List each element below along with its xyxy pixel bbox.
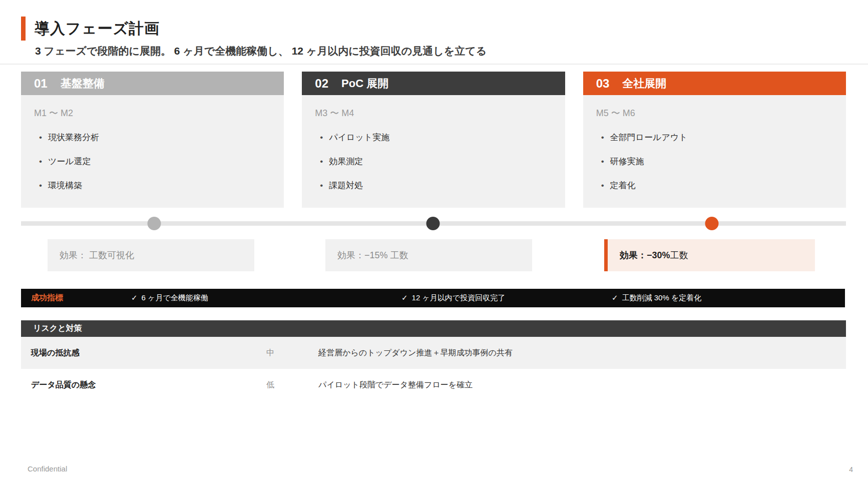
effect-text: 工数 bbox=[670, 249, 688, 261]
phase-2-number: 02 bbox=[315, 77, 328, 91]
success-metric: ✓6 ヶ月で全機能稼働 bbox=[131, 293, 401, 303]
risk-level: 低 bbox=[266, 380, 318, 390]
phase-1-header: 01 基盤整備 bbox=[21, 72, 284, 95]
timeline-dot-phase-3 bbox=[705, 217, 719, 230]
effect-box-phase-2: 効果：−15% 工数 bbox=[325, 239, 532, 271]
risk-section-header: リスクと対策 bbox=[21, 320, 846, 337]
confidential-label: Confidential bbox=[28, 464, 67, 473]
check-icon: ✓ bbox=[612, 293, 618, 302]
effect-strong: 効果：−30% bbox=[620, 249, 670, 261]
phase-1-item: ツール選定 bbox=[34, 156, 271, 167]
timeline bbox=[21, 216, 846, 230]
success-metrics-bar: 成功指標 ✓6 ヶ月で全機能稼働 ✓12 ヶ月以内で投資回収完了 ✓工数削減 3… bbox=[21, 289, 845, 307]
page-title: 導入フェーズ計画 bbox=[35, 19, 160, 39]
effect-box-phase-3-highlighted: 効果：−30% 工数 bbox=[604, 239, 815, 271]
risk-level: 中 bbox=[266, 348, 318, 358]
phase-3-number: 03 bbox=[596, 77, 610, 91]
phase-3-name: 全社展開 bbox=[622, 76, 666, 91]
phase-3-item: 定着化 bbox=[596, 180, 833, 191]
check-icon: ✓ bbox=[131, 293, 138, 302]
risk-name: 現場の抵抗感 bbox=[31, 348, 266, 358]
success-metric-text: 12 ヶ月以内で投資回収完了 bbox=[412, 293, 506, 302]
check-icon: ✓ bbox=[401, 293, 408, 302]
risk-mitigation: 経営層からのトップダウン推進＋早期成功事例の共有 bbox=[318, 348, 836, 358]
subtitle-number: 6 bbox=[174, 45, 180, 57]
title-accent-bar bbox=[21, 17, 26, 41]
table-row: データ品質の懸念 低 パイロット段階でデータ整備フローを確立 bbox=[21, 369, 846, 401]
phase-3-period: M5 〜 M6 bbox=[596, 107, 833, 119]
risk-mitigation: パイロット段階でデータ整備フローを確立 bbox=[318, 380, 836, 390]
subtitle-number: 12 bbox=[292, 45, 303, 57]
phase-3-body: M5 〜 M6 全部門ロールアウト 研修実施 定着化 bbox=[583, 95, 846, 208]
phase-2-item: 効果測定 bbox=[315, 156, 552, 167]
phase-card-2: 02 PoC 展開 M3 〜 M4 パイロット実施 効果測定 課題対処 bbox=[302, 72, 565, 208]
subtitle-text: ヶ月で全機能稼働し、 bbox=[180, 45, 292, 57]
phase-2-name: PoC 展開 bbox=[341, 76, 388, 91]
phase-2-item: パイロット実施 bbox=[315, 132, 552, 143]
title-block: 導入フェーズ計画 bbox=[21, 17, 160, 41]
phase-2-header: 02 PoC 展開 bbox=[302, 72, 565, 95]
phase-3-item: 全部門ロールアウト bbox=[596, 132, 833, 143]
phase-cards: 01 基盤整備 M1 〜 M2 現状業務分析 ツール選定 環境構築 02 PoC… bbox=[21, 72, 846, 208]
effect-text: 効果：−15% 工数 bbox=[337, 249, 408, 261]
slide: 導入フェーズ計画 3 フェーズで段階的に展開。 6 ヶ月で全機能稼働し、 12 … bbox=[0, 0, 868, 488]
effect-text: 効果： 工数可視化 bbox=[60, 249, 134, 261]
success-metric: ✓工数削減 30% を定着化 bbox=[612, 293, 835, 303]
subtitle-number: 3 bbox=[35, 45, 41, 57]
subtitle-text: フェーズで段階的に展開。 bbox=[41, 45, 174, 57]
success-metrics-label: 成功指標 bbox=[31, 293, 131, 303]
success-metric: ✓12 ヶ月以内で投資回収完了 bbox=[401, 293, 612, 303]
subtitle: 3 フェーズで段階的に展開。 6 ヶ月で全機能稼働し、 12 ヶ月以内に投資回収… bbox=[35, 44, 487, 58]
header-divider bbox=[0, 64, 868, 65]
phase-1-period: M1 〜 M2 bbox=[34, 107, 271, 119]
table-row: 現場の抵抗感 中 経営層からのトップダウン推進＋早期成功事例の共有 bbox=[21, 337, 846, 369]
phase-2-period: M3 〜 M4 bbox=[315, 107, 552, 119]
subtitle-text: ヶ月以内に投資回収の見通しを立てる bbox=[303, 45, 487, 57]
phase-1-item: 環境構築 bbox=[34, 180, 271, 191]
effect-box-phase-1: 効果： 工数可視化 bbox=[48, 239, 254, 271]
success-metric-text: 6 ヶ月で全機能稼働 bbox=[142, 293, 208, 302]
effect-boxes: 効果： 工数可視化 効果：−15% 工数 効果：−30% 工数 bbox=[21, 239, 846, 271]
phase-1-item: 現状業務分析 bbox=[34, 132, 271, 143]
phase-card-3: 03 全社展開 M5 〜 M6 全部門ロールアウト 研修実施 定着化 bbox=[583, 72, 846, 208]
risk-table: 現場の抵抗感 中 経営層からのトップダウン推進＋早期成功事例の共有 データ品質の… bbox=[21, 337, 846, 401]
phase-card-1: 01 基盤整備 M1 〜 M2 現状業務分析 ツール選定 環境構築 bbox=[21, 72, 284, 208]
phase-1-body: M1 〜 M2 現状業務分析 ツール選定 環境構築 bbox=[21, 95, 284, 208]
success-metric-text: 工数削減 30% を定着化 bbox=[622, 293, 702, 302]
phase-1-number: 01 bbox=[34, 77, 48, 91]
phase-1-name: 基盤整備 bbox=[61, 76, 105, 91]
phase-2-item: 課題対処 bbox=[315, 180, 552, 191]
timeline-dot-phase-1 bbox=[147, 217, 161, 230]
phase-3-item: 研修実施 bbox=[596, 156, 833, 167]
timeline-dot-phase-2 bbox=[426, 217, 440, 230]
risk-name: データ品質の懸念 bbox=[31, 380, 266, 390]
page-number: 4 bbox=[849, 465, 853, 473]
phase-2-body: M3 〜 M4 パイロット実施 効果測定 課題対処 bbox=[302, 95, 565, 208]
phase-3-header: 03 全社展開 bbox=[583, 72, 846, 95]
